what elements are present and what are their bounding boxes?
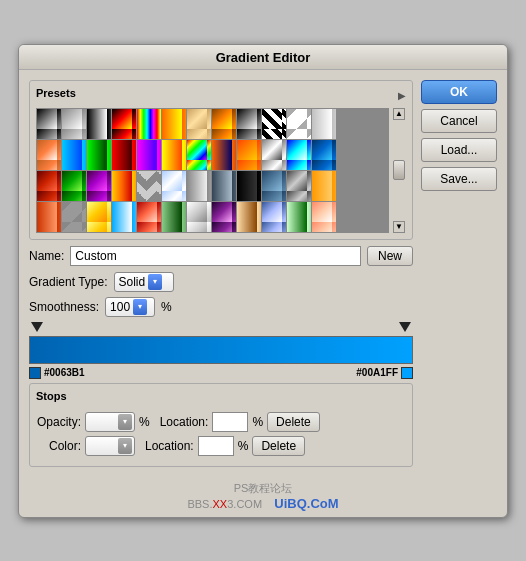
preset-swatch[interactable] — [212, 109, 236, 139]
gradient-type-row: Gradient Type: Solid ▾ — [29, 272, 413, 292]
load-button[interactable]: Load... — [421, 138, 497, 162]
smoothness-row: Smoothness: 100 ▾ % — [29, 297, 413, 317]
preset-swatch[interactable] — [187, 202, 211, 232]
preset-swatch[interactable] — [162, 202, 186, 232]
preset-swatch[interactable] — [62, 202, 86, 232]
watermark: PS教程论坛 BBS.XX3.COM UiBQ.CoM — [19, 477, 507, 517]
gradient-type-select[interactable]: Solid ▾ — [114, 272, 174, 292]
right-panel: OK Cancel Load... Save... — [421, 80, 497, 467]
preset-swatch[interactable] — [137, 202, 161, 232]
preset-swatch[interactable] — [37, 202, 61, 232]
preset-swatch[interactable] — [312, 140, 336, 170]
scroll-down-btn[interactable]: ▼ — [393, 221, 405, 233]
dialog-title: Gradient Editor — [19, 45, 507, 70]
preset-swatch[interactable] — [212, 171, 236, 201]
preset-swatch[interactable] — [212, 140, 236, 170]
stop-arrow-down-left — [31, 322, 43, 332]
left-color-text: #0063B1 — [44, 367, 85, 378]
right-color-swatch[interactable] — [401, 367, 413, 379]
preset-swatch[interactable] — [262, 202, 286, 232]
watermark-line1: PS教程论坛 — [19, 481, 507, 496]
opacity-select[interactable]: ▾ — [85, 412, 135, 432]
stop-top-left[interactable] — [31, 322, 43, 334]
smoothness-select[interactable]: 100 ▾ — [105, 297, 155, 317]
preset-swatch[interactable] — [62, 140, 86, 170]
preset-swatch[interactable] — [262, 109, 286, 139]
opacity-row: Opacity: ▾ % Location: % Delete — [36, 412, 406, 432]
name-label: Name: — [29, 249, 64, 263]
opacity-location-input[interactable] — [212, 412, 248, 432]
gradient-bar[interactable] — [29, 336, 413, 364]
presets-nav-icon[interactable]: ▶ — [398, 90, 406, 101]
color-label-left: #0063B1 — [29, 367, 85, 379]
preset-swatch[interactable] — [237, 202, 261, 232]
name-row: Name: New — [29, 246, 413, 266]
preset-swatch[interactable] — [137, 109, 161, 139]
delete-color-btn[interactable]: Delete — [252, 436, 305, 456]
stop-top-right[interactable] — [399, 322, 411, 334]
color-location-input[interactable] — [198, 436, 234, 456]
smoothness-value: 100 — [110, 300, 130, 314]
preset-swatch[interactable] — [287, 109, 311, 139]
preset-swatch[interactable] — [162, 140, 186, 170]
color-label-right: #00A1FF — [356, 367, 413, 379]
preset-swatch[interactable] — [137, 140, 161, 170]
preset-swatch[interactable] — [87, 140, 111, 170]
preset-swatch[interactable] — [287, 202, 311, 232]
preset-swatch[interactable] — [262, 140, 286, 170]
preset-swatch[interactable] — [262, 171, 286, 201]
preset-swatch[interactable] — [137, 171, 161, 201]
preset-swatch[interactable] — [237, 140, 261, 170]
presets-label: Presets — [36, 87, 76, 99]
preset-swatch[interactable] — [112, 202, 136, 232]
color-select[interactable]: ▾ — [85, 436, 135, 456]
scroll-thumb[interactable] — [393, 160, 405, 180]
preset-swatch[interactable] — [287, 171, 311, 201]
scroll-up-btn[interactable]: ▲ — [393, 108, 405, 120]
preset-swatch[interactable] — [237, 109, 261, 139]
preset-swatch[interactable] — [187, 171, 211, 201]
name-input[interactable] — [70, 246, 361, 266]
preset-swatch[interactable] — [112, 140, 136, 170]
preset-swatch[interactable] — [112, 171, 136, 201]
preset-swatch[interactable] — [187, 140, 211, 170]
preset-swatch[interactable] — [87, 109, 111, 139]
preset-swatch[interactable] — [287, 140, 311, 170]
delete-opacity-btn[interactable]: Delete — [267, 412, 320, 432]
color-arrow: ▾ — [118, 438, 132, 454]
ok-button[interactable]: OK — [421, 80, 497, 104]
preset-swatch[interactable] — [162, 171, 186, 201]
preset-swatch[interactable] — [162, 109, 186, 139]
preset-swatch[interactable] — [37, 171, 61, 201]
preset-swatch[interactable] — [187, 109, 211, 139]
left-color-swatch[interactable] — [29, 367, 41, 379]
presets-section: Presets ▶ ▲ ▼ — [29, 80, 413, 240]
new-button[interactable]: New — [367, 246, 413, 266]
smoothness-unit: % — [161, 300, 172, 314]
preset-swatch[interactable] — [112, 109, 136, 139]
opacity-label: Opacity: — [36, 415, 81, 429]
gradient-type-value: Solid — [119, 275, 146, 289]
preset-swatch[interactable] — [237, 171, 261, 201]
preset-swatch[interactable] — [62, 109, 86, 139]
location-label-color: Location: — [145, 439, 194, 453]
preset-swatch[interactable] — [37, 140, 61, 170]
presets-scrollbar: ▲ ▼ — [392, 108, 406, 233]
save-button[interactable]: Save... — [421, 167, 497, 191]
preset-swatch[interactable] — [87, 171, 111, 201]
gradient-type-label: Gradient Type: — [29, 275, 108, 289]
cancel-button[interactable]: Cancel — [421, 109, 497, 133]
right-color-text: #00A1FF — [356, 367, 398, 378]
opacity-arrow: ▾ — [118, 414, 132, 430]
preset-swatch[interactable] — [212, 202, 236, 232]
stop-arrow-down-right — [399, 322, 411, 332]
left-panel: Presets ▶ ▲ ▼ Name: New — [29, 80, 413, 467]
preset-swatch[interactable] — [37, 109, 61, 139]
preset-swatch[interactable] — [87, 202, 111, 232]
preset-swatch[interactable] — [312, 109, 336, 139]
preset-swatch[interactable] — [62, 171, 86, 201]
color-row: Color: ▾ Location: % Delete — [36, 436, 406, 456]
stops-section: Stops Opacity: ▾ % Location: % Delete — [29, 383, 413, 467]
preset-swatch[interactable] — [312, 202, 336, 232]
preset-swatch[interactable] — [312, 171, 336, 201]
